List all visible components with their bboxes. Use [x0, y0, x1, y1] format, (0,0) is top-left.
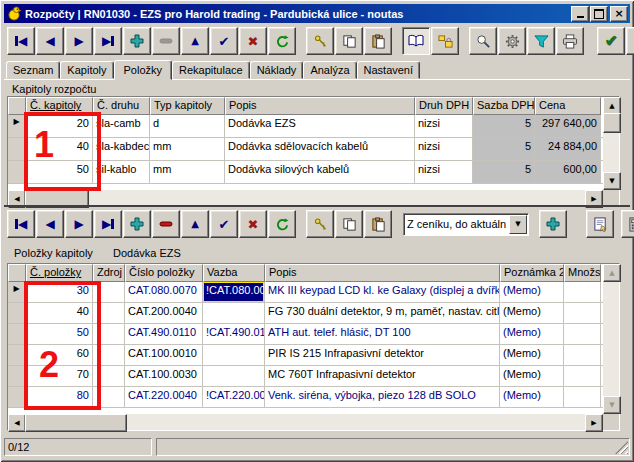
paste-button[interactable]: [364, 210, 392, 238]
prior-record-button[interactable]: ◀: [36, 210, 64, 238]
refresh-button[interactable]: [268, 210, 296, 238]
grid-cell[interactable]: [564, 303, 601, 323]
grid-cell[interactable]: Venk. siréna, výbojka, piezo 128 dB SOLO: [265, 387, 500, 407]
grid-cell[interactable]: mm: [150, 161, 225, 183]
cancel-edit-button[interactable]: ✖: [239, 210, 267, 238]
tab-kapitoly[interactable]: Kapitoly: [60, 61, 113, 79]
grid-cell[interactable]: nizsi: [415, 115, 473, 137]
column-header[interactable]: Typ kapitoly: [150, 97, 225, 115]
price-list-button[interactable]: [402, 27, 430, 55]
cancel-edit-button[interactable]: ✖: [239, 27, 267, 55]
edit-record-button[interactable]: ▲: [181, 27, 209, 55]
column-header[interactable]: Sazba DPH: [473, 97, 535, 115]
column-header[interactable]: Zdroj: [93, 264, 125, 282]
grid-cell[interactable]: (Memo): [500, 303, 564, 323]
insert-record-button[interactable]: [123, 27, 151, 55]
scrollbar-thumb[interactable]: [603, 113, 621, 133]
first-record-button[interactable]: ◀: [7, 27, 35, 55]
dropdown-arrow-icon[interactable]: ▼: [509, 215, 527, 234]
paste-button[interactable]: [364, 27, 392, 55]
vertical-scrollbar[interactable]: ▲ ▼: [603, 97, 619, 190]
scroll-up-icon[interactable]: ▲: [603, 264, 621, 282]
next-record-button[interactable]: ▶: [65, 27, 93, 55]
last-record-button[interactable]: ▶: [94, 27, 122, 55]
grid-cell[interactable]: (Memo): [500, 324, 564, 344]
search-button[interactable]: [469, 27, 497, 55]
post-edit-button[interactable]: ✔: [210, 27, 238, 55]
grid-cell[interactable]: CAT.490.0110: [125, 324, 203, 344]
scroll-down-icon[interactable]: ▼: [603, 172, 621, 190]
grid-cell[interactable]: FG 730 duální detektor, 9 m, paměť, nast…: [265, 303, 500, 323]
tab-seznam[interactable]: Seznam: [6, 61, 60, 79]
horizontal-scrollbar[interactable]: ◀ ▶: [8, 190, 603, 206]
column-header[interactable]: Č. položky: [26, 264, 93, 282]
horizontal-scrollbar[interactable]: ◀ ▶: [8, 414, 603, 430]
print-button[interactable]: [556, 27, 584, 55]
section-splitter[interactable]: [4, 205, 630, 207]
prior-record-button[interactable]: ◀: [36, 27, 64, 55]
column-header[interactable]: Popis: [225, 97, 415, 115]
grid-cell[interactable]: CAT.220.0040: [125, 387, 203, 407]
resize-grip[interactable]: [615, 441, 628, 454]
grid-cell[interactable]: 5: [473, 138, 535, 160]
pin-button[interactable]: [306, 27, 334, 55]
grid-cell[interactable]: [203, 345, 265, 365]
copy-button[interactable]: [335, 27, 363, 55]
grid-cell[interactable]: [564, 345, 601, 365]
grid-cell[interactable]: [203, 366, 265, 386]
grid-cell[interactable]: MK III keypad LCD kl. ke Galaxy (displej…: [265, 282, 500, 302]
column-header[interactable]: Množstv: [564, 264, 601, 282]
grid-cell[interactable]: CAT.100.0030: [125, 366, 203, 386]
grid-cell[interactable]: (Memo): [500, 345, 564, 365]
delete-record-button[interactable]: [152, 210, 180, 238]
confirm-button[interactable]: ✔: [597, 27, 625, 55]
grid-cell[interactable]: CAT.200.0040: [125, 303, 203, 323]
calculator-button[interactable]: [621, 210, 634, 238]
next-record-button[interactable]: ▶: [65, 210, 93, 238]
tab-rekapitulace[interactable]: Rekapitulace: [172, 61, 250, 79]
grid-cell[interactable]: nizsi: [415, 161, 473, 183]
copy-button[interactable]: [335, 210, 363, 238]
column-header[interactable]: Číslo položky: [125, 264, 203, 282]
tab-nastavení[interactable]: Nastavení: [357, 61, 421, 79]
post-edit-button[interactable]: ✔: [210, 210, 238, 238]
tab-náklady[interactable]: Náklady: [250, 61, 304, 79]
grid-cell[interactable]: (Memo): [500, 366, 564, 386]
tab-položky[interactable]: Položky: [114, 60, 173, 80]
pin-button[interactable]: [306, 210, 334, 238]
grid-cell[interactable]: Dodávka silových kabelů: [225, 161, 415, 183]
grid-cell[interactable]: [564, 282, 601, 302]
column-header[interactable]: Druh DPH: [415, 97, 473, 115]
insert-mode-select[interactable]: Z ceníku, do aktuáln▼: [403, 213, 529, 236]
edit-record-button[interactable]: ▲: [181, 210, 209, 238]
grid-cell[interactable]: !CAT.490.01: [203, 324, 265, 344]
close-button[interactable]: ×: [610, 6, 628, 22]
grid-cell[interactable]: 5: [473, 115, 535, 137]
column-header[interactable]: Poznámka 2: [500, 264, 564, 282]
grid-cell[interactable]: CAT.100.0010: [125, 345, 203, 365]
column-header[interactable]: Popis: [265, 264, 500, 282]
grid-cell[interactable]: [564, 387, 601, 407]
add-from-pricelist-button[interactable]: [539, 210, 567, 238]
grid-cell[interactable]: [203, 303, 265, 323]
grid-cell[interactable]: [564, 366, 601, 386]
grid-cell[interactable]: MC 760T Infrapasivní detektor: [265, 366, 500, 386]
lock-button[interactable]: [431, 27, 459, 55]
grid-cell[interactable]: sla-camb: [93, 115, 150, 137]
grid-cell[interactable]: 600,00: [535, 161, 601, 183]
grid-cell[interactable]: [564, 324, 601, 344]
column-header[interactable]: Vazba: [203, 264, 265, 282]
grid-cell[interactable]: nizsi: [415, 138, 473, 160]
column-header[interactable]: Č. druhu: [93, 97, 150, 115]
grid-cell[interactable]: sil-kablo: [93, 161, 150, 183]
scroll-right-icon[interactable]: ▶: [585, 414, 603, 432]
grid-cell[interactable]: !CAT.080.00: [203, 282, 265, 302]
grid-cell[interactable]: CAT.080.0070: [125, 282, 203, 302]
grid-cell[interactable]: PIR IS 215 Infrapasivní detektor: [265, 345, 500, 365]
item-form-button[interactable]: [586, 210, 614, 238]
grid-cell[interactable]: mm: [150, 138, 225, 160]
scrollbar-thumb[interactable]: [25, 414, 127, 432]
title-bar[interactable]: Rozpočty | RN01030 - EZS pro Harold trad…: [4, 4, 630, 23]
tab-analýza[interactable]: Analýza: [303, 61, 356, 79]
close-cancel-button[interactable]: ✖: [626, 27, 634, 55]
